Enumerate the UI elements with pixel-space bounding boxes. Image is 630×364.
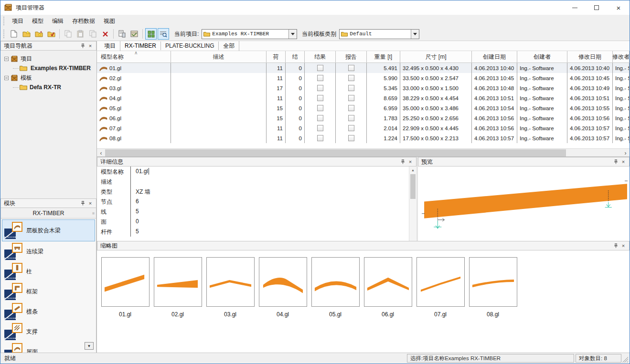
copy-to-button[interactable] [87,28,98,40]
thumbnail-07.gl[interactable]: 07.gl [414,257,467,318]
scroll-up-icon[interactable]: ▲ [409,166,416,174]
collapse-icon[interactable] [4,76,9,80]
close-button[interactable]: × [608,0,630,15]
thumbnail-image[interactable] [206,257,255,307]
current-project-combobox[interactable]: Examples RX-TIMBER [202,29,297,39]
new-model-button[interactable] [8,28,20,40]
thumbnail-image[interactable] [469,257,517,307]
scroll-right-icon[interactable]: › [621,149,630,157]
column-header-results[interactable]: 结果 [305,51,336,62]
column-header-weight[interactable]: 重量 [t] [367,51,400,62]
menu-item-视图[interactable]: 视图 [99,15,119,27]
tab-全部[interactable]: 全部 [219,41,239,51]
report-checkbox[interactable] [348,85,354,91]
scrollbar-thumb[interactable] [105,149,566,156]
column-header-modifier[interactable]: 修改者 [613,51,630,62]
results-checkbox[interactable] [317,85,323,91]
pin-icon[interactable] [612,158,619,165]
module-item-柱[interactable]: 柱 [2,261,95,281]
module-item-层板胶合木梁[interactable]: 层板胶合木梁 [2,219,95,241]
scroll-left-icon[interactable]: ‹ [97,149,105,157]
results-checkbox[interactable] [317,105,323,111]
thumbnail-image[interactable] [154,257,202,307]
scrollbar-thumb[interactable] [410,174,416,199]
module-item-连续梁[interactable]: 连续梁 [2,241,95,261]
pin-icon[interactable] [399,158,406,165]
resize-grip[interactable] [621,354,628,363]
report-checkbox[interactable] [348,75,354,81]
template-category-dropdown-button[interactable] [411,30,419,39]
tab-RX-TIMBER[interactable]: RX-TIMBER [120,42,161,50]
close-icon[interactable]: × [86,200,94,207]
tree-node-templates[interactable]: 模板 [4,73,95,83]
open-project-button[interactable] [33,28,44,40]
menu-item-存档数据[interactable]: 存档数据 [68,15,99,27]
report-checkbox[interactable] [348,125,354,131]
preview-viewport[interactable] [418,166,630,241]
results-checkbox[interactable] [317,95,323,101]
table-row-07.gl[interactable]: 07.gl 11 0 2.014 22.909 x 0.500 x 4.445 … [97,123,630,133]
tree-node-examples-rx-timber[interactable]: Examples RX-TIMBER [4,63,95,73]
thumbnail-02.gl[interactable]: 02.gl [151,257,204,318]
modules-scroll-down-button[interactable]: ▼ [85,342,94,350]
thumbnail-image[interactable] [364,257,412,307]
table-row-02.gl[interactable]: 02.gl 11 0 5.990 33.500 x 0.500 x 2.547 … [97,73,630,83]
current-project-dropdown-button[interactable] [288,30,297,39]
thumbnail-image[interactable] [311,257,360,307]
modules-group-header[interactable]: RX-TIMBER ≡ [0,208,96,218]
report-checkbox[interactable] [348,105,354,111]
tree-node-template-default[interactable]: Defa RX-TR [4,83,95,92]
module-item-屋面[interactable]: 屋面 [2,342,95,353]
results-checkbox[interactable] [317,135,323,141]
results-checkbox[interactable] [317,115,323,121]
menu-item-项目[interactable]: 项目 [8,15,28,27]
pin-icon[interactable] [79,200,86,207]
copy-button[interactable] [62,28,74,40]
close-icon[interactable]: × [86,42,94,49]
tab-PLATE-BUCKLING[interactable]: PLATE-BUCKLING [161,42,219,50]
details-scrollbar[interactable]: ▲ [409,166,416,241]
new-project-button[interactable] [21,28,32,40]
tree-node-projects[interactable]: 项目 [4,54,95,63]
paste-button[interactable] [75,28,86,40]
thumbnail-01.gl[interactable]: 01.gl [99,257,151,318]
thumbnail-03.gl[interactable]: 03.gl [204,257,256,318]
table-row-04.gl[interactable]: 04.gl 11 0 8.659 38.229 x 0.500 x 4.454 … [97,93,630,103]
column-header-modified[interactable]: 修改日期 [567,51,613,62]
column-header-str[interactable]: 结 [286,51,305,62]
table-row-08.gl[interactable]: 08.gl 11 0 1.224 17.500 x 0.500 x 2.213 … [97,133,630,143]
archive-button[interactable] [128,28,140,40]
close-icon[interactable]: × [619,242,627,249]
pin-icon[interactable] [79,42,86,49]
report-checkbox[interactable] [348,115,354,121]
close-icon[interactable]: × [406,158,414,165]
collapse-icon[interactable] [4,57,9,61]
project-check-button[interactable] [45,28,57,40]
thumbnail-image[interactable] [416,257,465,307]
column-header-size[interactable]: 尺寸 [m] [400,51,472,62]
results-checkbox[interactable] [317,65,323,71]
module-item-框架[interactable]: 框架 [2,281,95,302]
horizontal-scrollbar[interactable]: ‹ › [97,148,630,156]
detail-view-button[interactable] [158,28,169,40]
menu-item-模型[interactable]: 模型 [28,15,48,27]
column-header-name[interactable]: 模型名称∧ [97,51,171,62]
thumbnail-image[interactable] [101,257,149,307]
column-header-desc[interactable]: 描述 [171,51,267,62]
column-header-creator[interactable]: 创建者 [517,51,567,62]
results-checkbox[interactable] [317,75,323,81]
table-row-01.gl[interactable]: 01.gl 11 0 5.491 32.495 x 0.500 x 4.430 … [97,63,630,73]
maximize-button[interactable] [586,0,608,15]
thumbnail-06.gl[interactable]: 06.gl [362,257,414,318]
report-button[interactable] [116,28,128,40]
table-row-06.gl[interactable]: 06.gl 15 0 1.783 25.250 x 0.500 x 2.656 … [97,113,630,123]
table-row-05.gl[interactable]: 05.gl 15 0 6.959 35.000 x 0.500 x 3.486 … [97,103,630,113]
results-checkbox[interactable] [317,125,323,131]
thumbnail-image[interactable] [259,257,307,307]
module-item-支撑[interactable]: 支撑 [2,322,95,342]
thumbnail-04.gl[interactable]: 04.gl [256,257,309,318]
table-row-03.gl[interactable]: 03.gl 17 0 5.345 33.000 x 0.500 x 1.500 … [97,83,630,93]
close-icon[interactable]: × [619,158,627,165]
tab-项目[interactable]: 项目 [100,41,120,51]
thumbnail-08.gl[interactable]: 08.gl [467,257,519,318]
